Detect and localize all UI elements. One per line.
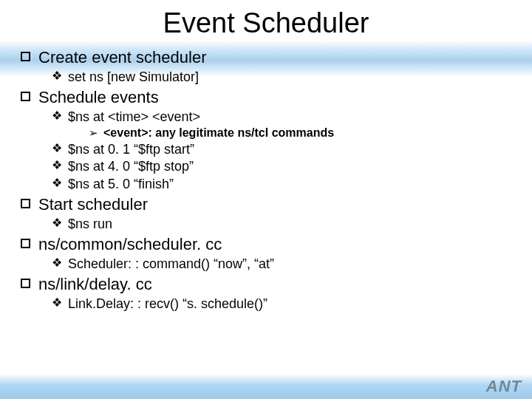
bullet-l3: <event>: any legitimate ns/tcl commands <box>89 126 513 141</box>
bullet-text: Link.Delay: : recv() “s. schedule()” <box>68 296 267 311</box>
bullet-l1: Start scheduler $ns run <box>19 194 513 233</box>
bullet-text: <event>: any legitimate ns/tcl commands <box>103 126 334 139</box>
bullet-text: Scheduler: : command() “now”, “at” <box>68 256 274 271</box>
bullet-l2: $ns at 5. 0 “finish” <box>52 176 513 193</box>
bullet-l2: set ns [new Simulator] <box>52 69 513 86</box>
footer-decoration <box>0 374 532 399</box>
bullet-text: $ns run <box>68 216 112 231</box>
bullet-text: $ns at 5. 0 “finish” <box>68 177 174 191</box>
bullet-l1: ns/common/scheduler. cc Scheduler: : com… <box>19 233 513 273</box>
page-title: Event Scheduler <box>0 7 532 39</box>
bullet-l2: $ns run <box>52 216 513 233</box>
bullet-text: set ns [new Simulator] <box>68 69 199 84</box>
bullet-l2: $ns at 4. 0 “$ftp stop” <box>52 158 513 175</box>
bullet-text: Start scheduler <box>38 195 148 214</box>
bullet-text: $ns at 4. 0 “$ftp stop” <box>68 159 194 174</box>
bullet-list: Create event scheduler set ns [new Simul… <box>19 47 513 313</box>
bullet-l2: Link.Delay: : recv() “s. schedule()” <box>52 296 513 313</box>
bullet-text: $ns at 0. 1 “$ftp start” <box>68 142 194 157</box>
bullet-text: $ns at <time> <event> <box>68 109 200 124</box>
bullet-l2: $ns at <time> <event> <event>: any legit… <box>52 109 513 141</box>
bullet-l1: Create event scheduler set ns [new Simul… <box>19 47 513 86</box>
bullet-l2: $ns at 0. 1 “$ftp start” <box>52 141 513 158</box>
bullet-text: ns/common/scheduler. cc <box>38 235 222 253</box>
bullet-l1: Schedule events $ns at <time> <event> <e… <box>19 86 513 193</box>
slide-body: Create event scheduler set ns [new Simul… <box>0 47 532 313</box>
bullet-text: Create event scheduler <box>38 48 206 66</box>
bullet-text: Schedule events <box>38 88 159 106</box>
bullet-l1: ns/link/delay. cc Link.Delay: : recv() “… <box>19 273 513 313</box>
bullet-text: ns/link/delay. cc <box>38 275 152 293</box>
bullet-l2: Scheduler: : command() “now”, “at” <box>52 256 513 273</box>
footer-logo: ANT <box>486 377 522 396</box>
